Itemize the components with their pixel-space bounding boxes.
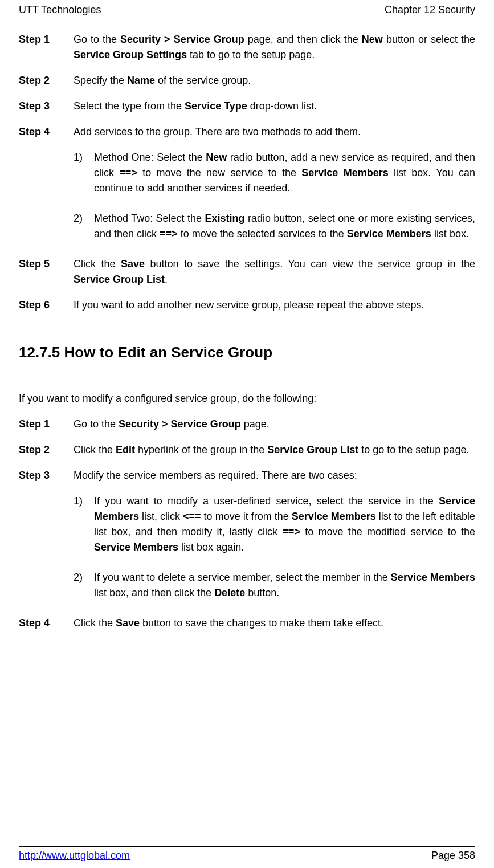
bold-text: Security > Service Group: [120, 34, 244, 45]
step-label: Step 1: [19, 32, 74, 63]
step-body: Specify the Name of the service group.: [74, 73, 475, 88]
text-run: Select the type from the: [74, 100, 185, 112]
step-row: Step 3Select the type from the Service T…: [19, 99, 475, 114]
bold-text: Save: [121, 258, 145, 270]
text-run: Go to the: [74, 34, 120, 45]
step-body: Click the Save button to save the settin…: [74, 256, 475, 287]
text-run: Click the: [74, 444, 116, 455]
sub-item: 2)Method Two: Select the Existing radio …: [74, 211, 475, 242]
text-run: button to save the changes to make them …: [140, 617, 383, 629]
bold-text: Service Members: [292, 511, 376, 522]
bold-text: Name: [127, 75, 155, 86]
text-run: .: [165, 274, 168, 285]
step-row: Step 5Click the Save button to save the …: [19, 256, 475, 287]
text-run: page.: [241, 418, 270, 430]
bold-text: New: [362, 34, 383, 45]
step-row: Step 4Add services to the group. There a…: [19, 124, 475, 140]
text-run: If you want to modify a user-defined ser…: [94, 495, 439, 507]
text-run: of the service group.: [155, 75, 251, 86]
step-body: Click the Edit hyperlink of the group in…: [74, 442, 475, 458]
text-run: page, and then click the: [244, 34, 362, 45]
step-body: If you want to add another new service g…: [74, 298, 475, 313]
text-run: hyperlink of the group in the: [135, 444, 267, 455]
step-label: Step 6: [19, 298, 74, 313]
text-run: list, click: [139, 511, 183, 522]
bold-text: Service Group List: [74, 274, 165, 285]
bold-text: Edit: [116, 444, 135, 455]
step-row: Step 6If you want to add another new ser…: [19, 298, 475, 313]
step-row: Step 2Specify the Name of the service gr…: [19, 73, 475, 88]
sub-item: 1)If you want to modify a user-defined s…: [74, 494, 475, 555]
text-run: to move it from the: [201, 511, 292, 522]
text-run: Method One: Select the: [94, 152, 206, 163]
step-row: Step 3Modify the service members as requ…: [19, 468, 475, 483]
text-run: button.: [245, 587, 279, 598]
section-heading: 12.7.5 How to Edit an Service Group: [19, 341, 475, 364]
text-run: Modify the service members as required. …: [74, 470, 357, 481]
step-body: Go to the Security > Service Group page.: [74, 417, 475, 432]
sub-item: 1)Method One: Select the New radio butto…: [74, 150, 475, 196]
text-run: Click the: [74, 617, 116, 629]
sub-item: 2)If you want to delete a service member…: [74, 570, 475, 601]
text-run: button or select the: [383, 34, 475, 45]
bold-text: Save: [116, 617, 140, 629]
page-footer: http://www.uttglobal.com Page 358: [19, 846, 475, 863]
section-intro: If you want to modify a configured servi…: [19, 391, 475, 406]
text-run: to move the new service to the: [137, 167, 301, 178]
bold-text: <==: [183, 511, 201, 522]
footer-page-number: Page 358: [431, 848, 475, 863]
text-run: Add services to the group. There are two…: [74, 126, 361, 137]
step-body: Add services to the group. There are two…: [74, 124, 475, 140]
text-run: to go to the setup page.: [358, 444, 469, 455]
text-run: Go to the: [74, 418, 119, 430]
sub-item-number: 2): [74, 570, 94, 601]
sub-list: 1)If you want to modify a user-defined s…: [74, 494, 475, 601]
text-run: list box.: [431, 228, 469, 239]
footer-link[interactable]: http://www.uttglobal.com: [19, 848, 130, 863]
text-run: drop-down list.: [247, 100, 317, 112]
step-row: Step 1Go to the Security > Service Group…: [19, 32, 475, 63]
text-run: list box again.: [178, 541, 244, 553]
text-run: If you want to add another new service g…: [74, 299, 424, 311]
page-content: Step 1Go to the Security > Service Group…: [19, 19, 475, 631]
text-run: Click the: [74, 258, 121, 270]
sub-item-body: If you want to delete a service member, …: [94, 570, 475, 601]
bold-text: Service Members: [391, 572, 475, 583]
document-page: UTT Technologies Chapter 12 Security Ste…: [0, 0, 494, 868]
text-run: list box, and then click the: [94, 587, 214, 598]
text-run: to move the selected services to the: [178, 228, 347, 239]
text-run: to move the modified service to the: [300, 526, 475, 537]
step-row: Step 1Go to the Security > Service Group…: [19, 417, 475, 432]
bold-text: Existing: [205, 213, 244, 224]
sub-item-body: Method Two: Select the Existing radio bu…: [94, 211, 475, 242]
text-run: Specify the: [74, 75, 127, 86]
step-label: Step 4: [19, 616, 74, 631]
step-body: Go to the Security > Service Group page,…: [74, 32, 475, 63]
bold-text: New: [206, 152, 227, 163]
bold-text: ==>: [282, 526, 300, 537]
step-label: Step 4: [19, 124, 74, 140]
page-header: UTT Technologies Chapter 12 Security: [19, 0, 475, 19]
step-body: Click the Save button to save the change…: [74, 616, 475, 631]
step-body: Select the type from the Service Type dr…: [74, 99, 475, 114]
step-label: Step 5: [19, 256, 74, 287]
text-run: If you want to delete a service member, …: [94, 572, 391, 583]
sub-item-number: 2): [74, 211, 94, 242]
step-body: Modify the service members as required. …: [74, 468, 475, 483]
sub-list: 1)Method One: Select the New radio butto…: [74, 150, 475, 242]
bold-text: Service Group Settings: [74, 49, 187, 60]
sub-item-number: 1): [74, 494, 94, 555]
text-run: Method Two: Select the: [94, 213, 205, 224]
bold-text: Security > Service Group: [119, 418, 241, 430]
bold-text: Delete: [214, 587, 245, 598]
section-edit-service-group: Step 1Go to the Security > Service Group…: [19, 417, 475, 631]
step-label: Step 3: [19, 99, 74, 114]
bold-text: Service Type: [185, 100, 247, 112]
section-add-service-group: Step 1Go to the Security > Service Group…: [19, 32, 475, 313]
bold-text: ==>: [160, 228, 178, 239]
bold-text: Service Members: [347, 228, 431, 239]
step-row: Step 2Click the Edit hyperlink of the gr…: [19, 442, 475, 458]
step-row: Step 4Click the Save button to save the …: [19, 616, 475, 631]
step-label: Step 2: [19, 73, 74, 88]
sub-item-body: Method One: Select the New radio button,…: [94, 150, 475, 196]
